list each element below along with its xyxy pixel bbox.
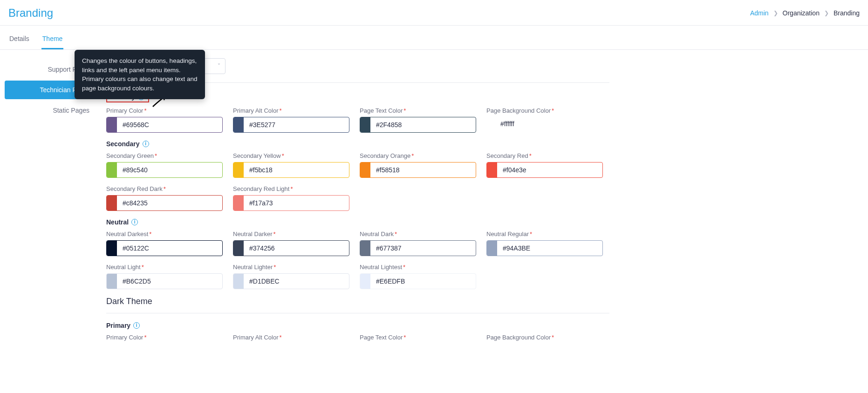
field-label: Primary Alt Color	[233, 107, 279, 114]
required-icon: *	[529, 152, 532, 159]
required-icon: *	[530, 230, 532, 237]
sidebar-item-static-pages[interactable]: Static Pages	[5, 101, 98, 120]
field-secondary-red-dark: Secondary Red Dark* #c84235	[106, 185, 223, 211]
field-neutral-darkest: Neutral Darkest* #05122C	[106, 230, 223, 256]
group-heading-neutral: Neutral i	[106, 218, 138, 226]
group-neutral: Neutral i Neutral Darkest* #05122C Neutr…	[106, 218, 665, 289]
info-icon[interactable]: i	[143, 141, 149, 147]
field-label: Neutral Regular	[486, 230, 529, 237]
color-input[interactable]: #2F4858	[360, 117, 476, 133]
field-label: Neutral Light	[106, 264, 141, 271]
tab-details[interactable]: Details	[8, 29, 30, 49]
color-input[interactable]: #677387	[360, 240, 476, 256]
color-input[interactable]: #05122C	[106, 240, 223, 256]
breadcrumb-organization[interactable]: Organization	[783, 9, 820, 17]
required-icon: *	[273, 230, 276, 237]
color-input[interactable]: #D1DBEC	[233, 273, 349, 289]
color-input[interactable]: #89c540	[106, 162, 223, 178]
color-value: #677387	[370, 244, 402, 252]
field-label: Page Background Color	[486, 334, 551, 341]
required-icon: *	[403, 107, 406, 114]
color-value: #f17a73	[244, 199, 273, 207]
color-value: #f58518	[370, 166, 400, 174]
color-value: #2F4858	[370, 121, 402, 129]
field-label: Primary Color	[106, 107, 143, 114]
color-input[interactable]: #E6EDFB	[360, 273, 476, 289]
field-page-text-color: Page Text Color* #2F4858	[360, 107, 476, 133]
color-swatch	[360, 163, 370, 177]
group-secondary: Secondary i Secondary Green* #89c540 Sec…	[106, 140, 665, 211]
tab-theme[interactable]: Theme	[41, 29, 64, 49]
required-icon: *	[290, 185, 293, 192]
primary-tooltip: Changes the colour of buttons, headings,…	[75, 50, 205, 99]
page-header: Branding Admin ❯ Organization ❯ Branding	[0, 0, 868, 26]
color-swatch	[360, 241, 370, 256]
field-label: Neutral Darkest	[106, 230, 148, 237]
divider	[106, 313, 609, 313]
color-input[interactable]: #f04e3e	[486, 162, 603, 178]
field-dark-primary-color: Primary Color*	[106, 334, 223, 344]
color-value: #B6C2D5	[117, 278, 151, 285]
color-value: #c84235	[117, 199, 148, 207]
breadcrumb-admin[interactable]: Admin	[750, 9, 769, 17]
color-input[interactable]: #3E5277	[233, 117, 349, 133]
color-input[interactable]: #f17a73	[233, 195, 349, 211]
info-icon[interactable]: i	[131, 219, 138, 225]
color-input[interactable]: #f58518	[360, 162, 476, 178]
color-swatch	[233, 241, 244, 256]
field-label: Neutral Lightest	[360, 264, 402, 271]
color-value: #89c540	[117, 166, 148, 174]
chevron-right-icon: ❯	[773, 10, 778, 16]
field-dark-page-text-color: Page Text Color*	[360, 334, 476, 344]
field-neutral-lighter: Neutral Lighter* #D1DBEC	[233, 264, 349, 289]
color-swatch	[360, 117, 370, 132]
breadcrumb-branding: Branding	[834, 9, 860, 17]
field-label: Secondary Orange	[360, 152, 410, 159]
required-icon: *	[155, 152, 157, 159]
required-icon: *	[552, 107, 554, 114]
color-value[interactable]: #ffffff	[486, 117, 603, 131]
color-swatch	[107, 274, 117, 289]
color-value: #69568C	[117, 121, 149, 129]
color-input[interactable]: #94A3BE	[486, 240, 603, 256]
info-icon[interactable]: i	[133, 322, 140, 329]
required-icon: *	[149, 230, 151, 237]
color-input[interactable]: #f5bc18	[233, 162, 349, 178]
color-swatch	[107, 196, 117, 210]
required-icon: *	[552, 334, 554, 341]
color-swatch	[487, 163, 497, 177]
color-value: #f04e3e	[497, 166, 526, 174]
required-icon: *	[395, 230, 397, 237]
color-value: #374256	[244, 244, 275, 252]
color-value: #E6EDFB	[370, 278, 405, 285]
required-icon: *	[280, 107, 282, 114]
color-input[interactable]: #69568C	[106, 117, 223, 133]
required-icon: *	[282, 152, 284, 159]
color-value: #D1DBEC	[244, 278, 280, 285]
color-value: #f5bc18	[244, 166, 273, 174]
tabs: Details Theme	[0, 29, 868, 50]
color-input[interactable]: #c84235	[106, 195, 223, 211]
color-swatch	[233, 163, 244, 177]
field-dark-primary-alt-color: Primary Alt Color*	[233, 334, 349, 344]
content: ˅ Primary i Primary Color* #69568C Prima…	[106, 58, 665, 351]
field-label: Primary Color	[106, 334, 143, 341]
field-label: Page Text Color	[360, 334, 403, 341]
color-swatch	[360, 274, 370, 289]
breadcrumb: Admin ❯ Organization ❯ Branding	[750, 9, 860, 17]
required-icon: *	[411, 152, 414, 159]
required-icon: *	[144, 334, 146, 341]
color-input[interactable]: #B6C2D5	[106, 273, 223, 289]
color-swatch	[233, 274, 244, 289]
field-label: Neutral Dark	[360, 230, 394, 237]
field-label: Page Background Color	[486, 107, 551, 114]
color-swatch	[107, 241, 117, 256]
body: Changes the colour of buttons, headings,…	[0, 50, 868, 359]
field-neutral-darker: Neutral Darker* #374256	[233, 230, 349, 256]
color-input[interactable]: #374256	[233, 240, 349, 256]
group-heading-label: Primary	[106, 322, 130, 329]
color-value: #05122C	[117, 244, 149, 252]
field-label: Secondary Red	[486, 152, 528, 159]
color-swatch	[233, 196, 244, 210]
field-secondary-green: Secondary Green* #89c540	[106, 152, 223, 178]
